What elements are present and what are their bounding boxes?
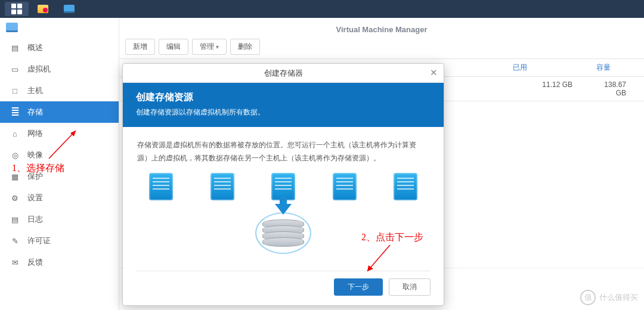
modal-description: 存储资源是虚拟机所有的数据将被存放的位置。您可运行一个主机（该主机将作为计算资源… — [137, 139, 429, 165]
grid-icon — [11, 4, 22, 14]
watermark-logo-icon: 值 — [580, 290, 596, 305]
sidebar-item-label: 许可证 — [27, 235, 51, 246]
manage-label: 管理 — [200, 42, 214, 51]
database-icon — [262, 219, 304, 247]
folder-icon — [38, 5, 48, 13]
protect-icon — [10, 172, 20, 181]
image-icon — [10, 150, 20, 160]
modal-titlebar: 创建存储器 ✕ — [123, 64, 444, 83]
sidebar-item-label: 映像 — [27, 150, 43, 160]
os-taskbar — [0, 0, 644, 18]
toolbar: 新增 编辑 管理 删除 — [119, 39, 644, 58]
host-icon — [10, 86, 20, 95]
modal-title: 创建存储器 — [264, 68, 303, 79]
sidebar-item-label: 存储 — [27, 107, 43, 117]
sidebar-item-host[interactable]: 主机 — [0, 80, 119, 101]
sidebar-item-label: 概述 — [27, 42, 43, 53]
sidebar-item-label: 设置 — [27, 193, 43, 203]
sidebar-item-settings[interactable]: 设置 — [0, 187, 119, 209]
cell-used: 11.12 GB — [507, 77, 590, 101]
chevron-down-icon — [214, 42, 219, 51]
settings-icon — [10, 193, 20, 203]
sidebar-item-license[interactable]: 许可证 — [0, 230, 119, 252]
server-icon — [149, 173, 173, 200]
sidebar-item-vm[interactable]: 虚拟机 — [0, 58, 119, 80]
sidebar-item-protect[interactable]: 保护 — [0, 166, 119, 187]
cancel-button[interactable]: 取消 — [389, 278, 431, 296]
cell-capacity: 138.67 GB — [590, 77, 644, 101]
taskbar-files-button[interactable] — [31, 2, 55, 16]
taskbar-apps-button[interactable] — [5, 2, 29, 16]
sidebar-item-log[interactable]: 日志 — [0, 209, 119, 230]
vm-icon — [10, 64, 20, 74]
arrow-database-illustration — [137, 200, 429, 259]
create-storage-modal: 创建存储器 ✕ 创建存储资源 创建存储资源以存储虚拟机制所有数据。 存储资源是虚… — [122, 63, 444, 306]
monitor-icon — [64, 5, 75, 13]
taskbar-vmm-button[interactable] — [57, 2, 81, 16]
sidebar-item-label: 虚拟机 — [27, 64, 51, 75]
banner-title: 创建存储资源 — [136, 91, 431, 104]
close-icon[interactable]: ✕ — [430, 67, 438, 78]
watermark-text: 什么值得买 — [599, 292, 638, 303]
page-title: Virtual Machine Manager — [119, 18, 644, 39]
sidebar-item-feedback[interactable]: 反馈 — [0, 252, 119, 273]
sidebar-item-label: 反馈 — [27, 257, 43, 268]
edit-button[interactable]: 编辑 — [159, 39, 188, 55]
col-used[interactable]: 已用 — [507, 59, 590, 76]
banner-subtitle: 创建存储资源以存储虚拟机制所有数据。 — [136, 107, 431, 117]
sidebar-item-overview[interactable]: 概述 — [0, 37, 119, 58]
sidebar-item-image[interactable]: 映像 — [0, 144, 119, 166]
log-icon — [10, 215, 20, 224]
delete-button[interactable]: 删除 — [230, 39, 260, 55]
server-icon — [394, 173, 417, 200]
sidebar-item-label: 保护 — [27, 171, 43, 182]
modal-footer: 下一步 取消 — [123, 271, 444, 305]
license-icon — [10, 236, 20, 246]
sidebar: 概述 虚拟机 主机 存储 网络 映像 保护 设置 日志 许可证 反馈 — [0, 18, 119, 310]
feedback-icon — [10, 258, 20, 267]
watermark: 值 什么值得买 — [580, 290, 638, 305]
modal-banner: 创建存储资源 创建存储资源以存储虚拟机制所有数据。 — [123, 83, 444, 127]
manage-button[interactable]: 管理 — [192, 39, 227, 55]
sidebar-item-label: 主机 — [27, 85, 43, 96]
sidebar-item-network[interactable]: 网络 — [0, 123, 119, 144]
sidebar-item-label: 日志 — [27, 214, 43, 225]
app-icon — [6, 23, 18, 32]
server-icon — [210, 173, 234, 200]
servers-illustration — [137, 165, 429, 200]
modal-body: 存储资源是虚拟机所有的数据将被存放的位置。您可运行一个主机（该主机将作为计算资源… — [123, 127, 444, 265]
next-button[interactable]: 下一步 — [334, 278, 383, 296]
network-icon — [10, 129, 20, 138]
col-capacity[interactable]: 容量 — [590, 59, 644, 76]
storage-icon — [10, 107, 20, 117]
server-icon — [333, 173, 357, 200]
add-button[interactable]: 新增 — [125, 39, 155, 55]
sidebar-item-label: 网络 — [27, 128, 43, 139]
dashboard-icon — [10, 43, 20, 52]
sidebar-item-storage[interactable]: 存储 — [0, 101, 119, 123]
